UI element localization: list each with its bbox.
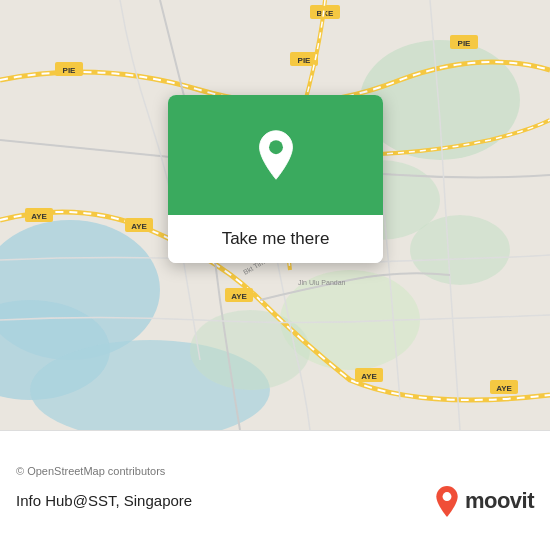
location-row: Info Hub@SST, Singapore moovit — [16, 485, 534, 517]
svg-point-33 — [269, 140, 283, 154]
svg-text:AYE: AYE — [361, 372, 377, 381]
svg-text:AYE: AYE — [131, 222, 147, 231]
moovit-pin-icon — [433, 485, 461, 517]
svg-text:AYE: AYE — [496, 384, 512, 393]
map-attribution: © OpenStreetMap contributors — [16, 465, 534, 477]
svg-point-34 — [442, 492, 451, 501]
svg-point-4 — [360, 40, 520, 160]
location-pin-icon — [250, 129, 302, 181]
take-me-there-button[interactable]: Take me there — [168, 215, 383, 263]
svg-text:PIE: PIE — [298, 56, 312, 65]
main-container: PIE PIE PIE BKE AYE AYE AYE AY — [0, 0, 550, 550]
popup-card: Take me there — [168, 95, 383, 263]
svg-text:AYE: AYE — [231, 292, 247, 301]
bottom-bar: © OpenStreetMap contributors Info Hub@SS… — [0, 430, 550, 550]
location-name: Info Hub@SST, Singapore — [16, 492, 192, 509]
svg-text:PIE: PIE — [458, 39, 472, 48]
moovit-logo: moovit — [433, 485, 534, 517]
svg-point-6 — [410, 215, 510, 285]
svg-text:Jln Ulu Pandan: Jln Ulu Pandan — [298, 279, 346, 286]
map-area: PIE PIE PIE BKE AYE AYE AYE AY — [0, 0, 550, 430]
moovit-brand-text: moovit — [465, 488, 534, 514]
svg-text:AYE: AYE — [31, 212, 47, 221]
popup-header — [168, 95, 383, 215]
svg-text:PIE: PIE — [63, 66, 77, 75]
